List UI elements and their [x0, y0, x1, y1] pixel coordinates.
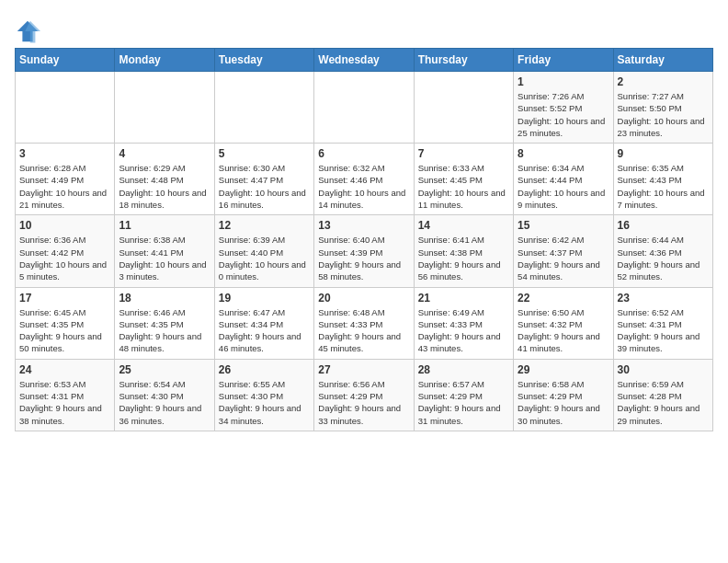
calendar-week-row: 17Sunrise: 6:45 AM Sunset: 4:35 PM Dayli… [16, 287, 713, 359]
day-header: Friday [514, 49, 613, 72]
day-info: Sunrise: 6:54 AM Sunset: 4:30 PM Dayligh… [119, 378, 210, 427]
calendar-cell: 17Sunrise: 6:45 AM Sunset: 4:35 PM Dayli… [16, 287, 115, 359]
calendar-cell: 24Sunrise: 6:53 AM Sunset: 4:31 PM Dayli… [16, 359, 115, 431]
day-info: Sunrise: 6:47 AM Sunset: 4:34 PM Dayligh… [219, 306, 310, 355]
day-info: Sunrise: 6:41 AM Sunset: 4:38 PM Dayligh… [418, 234, 509, 282]
calendar-cell: 14Sunrise: 6:41 AM Sunset: 4:38 PM Dayli… [414, 215, 513, 287]
day-info: Sunrise: 6:39 AM Sunset: 4:40 PM Dayligh… [219, 234, 310, 282]
calendar-cell: 27Sunrise: 6:56 AM Sunset: 4:29 PM Dayli… [314, 359, 414, 431]
day-number: 7 [418, 147, 509, 160]
day-header: Tuesday [214, 49, 313, 72]
day-info: Sunrise: 6:48 AM Sunset: 4:33 PM Dayligh… [318, 306, 409, 355]
calendar-cell [414, 72, 513, 144]
calendar-cell: 8Sunrise: 6:34 AM Sunset: 4:44 PM Daylig… [514, 144, 613, 215]
day-header: Saturday [613, 49, 712, 72]
day-header: Sunday [16, 49, 115, 72]
calendar-cell: 29Sunrise: 6:58 AM Sunset: 4:29 PM Dayli… [514, 359, 613, 431]
day-number: 30 [618, 363, 709, 376]
day-info: Sunrise: 6:35 AM Sunset: 4:43 PM Dayligh… [618, 162, 709, 211]
day-number: 29 [518, 363, 609, 376]
day-number: 15 [518, 219, 609, 232]
calendar-cell: 9Sunrise: 6:35 AM Sunset: 4:43 PM Daylig… [613, 144, 712, 215]
day-number: 24 [19, 363, 110, 376]
calendar-cell: 11Sunrise: 6:38 AM Sunset: 4:41 PM Dayli… [115, 215, 214, 287]
day-info: Sunrise: 6:36 AM Sunset: 4:42 PM Dayligh… [19, 234, 110, 282]
logo-icon [15, 18, 40, 44]
day-number: 27 [318, 363, 409, 376]
day-number: 14 [418, 219, 509, 232]
calendar-cell [16, 72, 115, 144]
day-info: Sunrise: 6:53 AM Sunset: 4:31 PM Dayligh… [19, 378, 110, 427]
day-info: Sunrise: 6:58 AM Sunset: 4:29 PM Dayligh… [518, 378, 609, 427]
day-number: 3 [19, 147, 110, 160]
day-info: Sunrise: 6:59 AM Sunset: 4:28 PM Dayligh… [618, 378, 709, 427]
logo [15, 18, 42, 44]
calendar-week-row: 24Sunrise: 6:53 AM Sunset: 4:31 PM Dayli… [16, 359, 713, 431]
day-info: Sunrise: 6:46 AM Sunset: 4:35 PM Dayligh… [119, 306, 210, 355]
calendar-cell: 18Sunrise: 6:46 AM Sunset: 4:35 PM Dayli… [115, 287, 214, 359]
calendar-cell: 28Sunrise: 6:57 AM Sunset: 4:29 PM Dayli… [414, 359, 513, 431]
day-number: 22 [518, 292, 609, 304]
day-info: Sunrise: 6:50 AM Sunset: 4:32 PM Dayligh… [518, 306, 609, 355]
calendar-cell: 7Sunrise: 6:33 AM Sunset: 4:45 PM Daylig… [414, 144, 513, 215]
day-info: Sunrise: 6:29 AM Sunset: 4:48 PM Dayligh… [119, 162, 210, 211]
day-number: 12 [219, 219, 310, 232]
day-info: Sunrise: 6:49 AM Sunset: 4:33 PM Dayligh… [418, 306, 509, 355]
calendar-cell: 20Sunrise: 6:48 AM Sunset: 4:33 PM Dayli… [314, 287, 414, 359]
day-info: Sunrise: 6:44 AM Sunset: 4:36 PM Dayligh… [618, 234, 709, 282]
day-info: Sunrise: 7:27 AM Sunset: 5:50 PM Dayligh… [618, 90, 709, 139]
calendar-week-row: 1Sunrise: 7:26 AM Sunset: 5:52 PM Daylig… [16, 72, 713, 144]
calendar-cell: 25Sunrise: 6:54 AM Sunset: 4:30 PM Dayli… [115, 359, 214, 431]
day-number: 2 [618, 75, 709, 88]
day-info: Sunrise: 6:34 AM Sunset: 4:44 PM Dayligh… [518, 162, 609, 211]
calendar-cell: 23Sunrise: 6:52 AM Sunset: 4:31 PM Dayli… [613, 287, 712, 359]
calendar-cell: 1Sunrise: 7:26 AM Sunset: 5:52 PM Daylig… [514, 72, 613, 144]
day-number: 10 [19, 219, 110, 232]
day-info: Sunrise: 6:57 AM Sunset: 4:29 PM Dayligh… [418, 378, 509, 427]
day-number: 9 [618, 147, 709, 160]
day-number: 20 [318, 292, 409, 304]
calendar-cell: 12Sunrise: 6:39 AM Sunset: 4:40 PM Dayli… [214, 215, 313, 287]
calendar-cell: 15Sunrise: 6:42 AM Sunset: 4:37 PM Dayli… [514, 215, 613, 287]
calendar-cell: 6Sunrise: 6:32 AM Sunset: 4:46 PM Daylig… [314, 144, 414, 215]
page-container: SundayMondayTuesdayWednesdayThursdayFrid… [0, 0, 728, 439]
calendar-cell: 30Sunrise: 6:59 AM Sunset: 4:28 PM Dayli… [613, 359, 712, 431]
day-info: Sunrise: 6:56 AM Sunset: 4:29 PM Dayligh… [318, 378, 409, 427]
calendar-cell: 4Sunrise: 6:29 AM Sunset: 4:48 PM Daylig… [115, 144, 214, 215]
day-info: Sunrise: 6:38 AM Sunset: 4:41 PM Dayligh… [119, 234, 210, 282]
day-info: Sunrise: 6:30 AM Sunset: 4:47 PM Dayligh… [219, 162, 310, 211]
calendar-cell: 19Sunrise: 6:47 AM Sunset: 4:34 PM Dayli… [214, 287, 313, 359]
day-number: 25 [119, 363, 210, 376]
day-info: Sunrise: 6:32 AM Sunset: 4:46 PM Dayligh… [318, 162, 409, 211]
calendar-cell [314, 72, 414, 144]
day-info: Sunrise: 6:33 AM Sunset: 4:45 PM Dayligh… [418, 162, 509, 211]
calendar-cell: 5Sunrise: 6:30 AM Sunset: 4:47 PM Daylig… [214, 144, 313, 215]
day-number: 4 [119, 147, 210, 160]
day-info: Sunrise: 6:28 AM Sunset: 4:49 PM Dayligh… [19, 162, 110, 211]
calendar-cell [115, 72, 214, 144]
calendar-cell: 16Sunrise: 6:44 AM Sunset: 4:36 PM Dayli… [613, 215, 712, 287]
day-header: Monday [115, 49, 214, 72]
calendar-cell: 26Sunrise: 6:55 AM Sunset: 4:30 PM Dayli… [214, 359, 313, 431]
day-info: Sunrise: 6:45 AM Sunset: 4:35 PM Dayligh… [19, 306, 110, 355]
day-number: 16 [618, 219, 709, 232]
day-number: 26 [219, 363, 310, 376]
calendar-header-row: SundayMondayTuesdayWednesdayThursdayFrid… [16, 49, 713, 72]
day-header: Wednesday [314, 49, 414, 72]
day-number: 23 [618, 292, 709, 304]
day-number: 6 [318, 147, 409, 160]
day-number: 18 [119, 292, 210, 304]
day-info: Sunrise: 6:52 AM Sunset: 4:31 PM Dayligh… [618, 306, 709, 355]
day-number: 13 [318, 219, 409, 232]
calendar-cell: 21Sunrise: 6:49 AM Sunset: 4:33 PM Dayli… [414, 287, 513, 359]
calendar-cell: 22Sunrise: 6:50 AM Sunset: 4:32 PM Dayli… [514, 287, 613, 359]
day-info: Sunrise: 6:40 AM Sunset: 4:39 PM Dayligh… [318, 234, 409, 282]
header [15, 15, 713, 44]
day-number: 5 [219, 147, 310, 160]
calendar-cell: 3Sunrise: 6:28 AM Sunset: 4:49 PM Daylig… [16, 144, 115, 215]
calendar-cell: 2Sunrise: 7:27 AM Sunset: 5:50 PM Daylig… [613, 72, 712, 144]
day-number: 28 [418, 363, 509, 376]
day-number: 11 [119, 219, 210, 232]
calendar-table: SundayMondayTuesdayWednesdayThursdayFrid… [15, 48, 713, 431]
day-number: 1 [518, 75, 609, 88]
